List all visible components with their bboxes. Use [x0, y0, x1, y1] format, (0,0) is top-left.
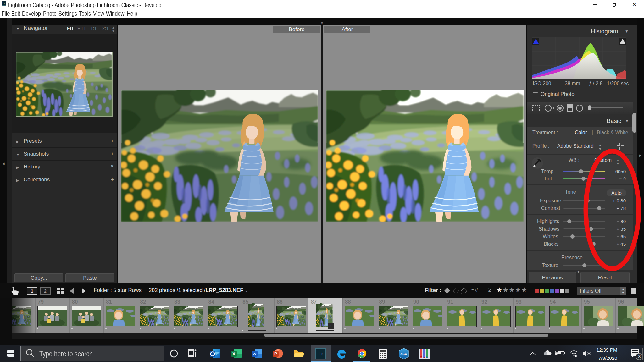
svg-text:ASC: ASC	[400, 352, 407, 356]
svg-text:3: 3	[638, 354, 641, 359]
svg-text:P: P	[274, 351, 277, 356]
svg-text:X: X	[232, 351, 236, 356]
svg-text:W: W	[253, 352, 257, 356]
